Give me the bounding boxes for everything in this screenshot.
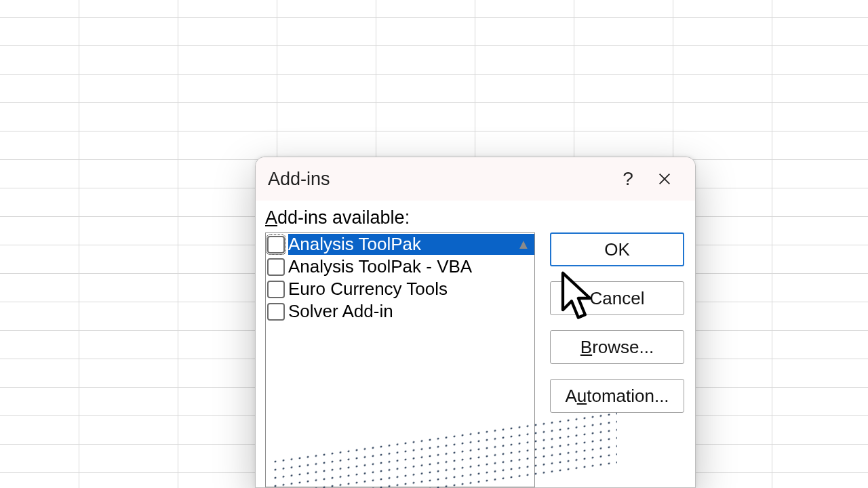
dialog-content: Add-ins available: ▲ Analysis ToolPak An… bbox=[256, 201, 695, 487]
checkbox[interactable] bbox=[267, 303, 285, 321]
list-item[interactable]: Solver Add-in bbox=[266, 300, 534, 323]
button-label: Cancel bbox=[590, 288, 645, 309]
addins-dialog: Add-ins ? Add-ins available: ▲ Analysis … bbox=[255, 157, 696, 488]
addins-listbox[interactable]: ▲ Analysis ToolPak Analysis ToolPak - VB… bbox=[265, 232, 535, 487]
browse-button[interactable]: Browse... bbox=[550, 330, 684, 364]
help-button[interactable]: ? bbox=[610, 165, 646, 192]
list-item-label: Analysis ToolPak bbox=[288, 234, 534, 255]
button-label: Automation... bbox=[565, 386, 669, 407]
ok-button[interactable]: OK bbox=[550, 232, 684, 266]
dialog-title: Add-ins bbox=[268, 169, 330, 190]
list-item-label: Analysis ToolPak - VBA bbox=[288, 256, 534, 277]
button-label: Browse... bbox=[580, 337, 654, 358]
list-item[interactable]: Euro Currency Tools bbox=[266, 278, 534, 300]
close-button[interactable] bbox=[646, 165, 683, 192]
list-item-label: Solver Add-in bbox=[288, 301, 534, 322]
checkbox[interactable] bbox=[267, 281, 285, 298]
checkbox[interactable] bbox=[267, 236, 285, 253]
available-label: Add-ins available: bbox=[265, 207, 686, 228]
button-label: OK bbox=[604, 239, 630, 260]
list-item-label: Euro Currency Tools bbox=[288, 279, 534, 300]
list-item[interactable]: Analysis ToolPak bbox=[266, 233, 534, 256]
dialog-titlebar: Add-ins ? bbox=[256, 157, 695, 201]
cancel-button[interactable]: Cancel bbox=[550, 281, 684, 315]
automation-button[interactable]: Automation... bbox=[550, 379, 684, 413]
close-icon bbox=[657, 171, 672, 186]
help-icon: ? bbox=[623, 168, 633, 190]
list-item[interactable]: Analysis ToolPak - VBA bbox=[266, 256, 534, 278]
checkbox[interactable] bbox=[267, 258, 285, 276]
